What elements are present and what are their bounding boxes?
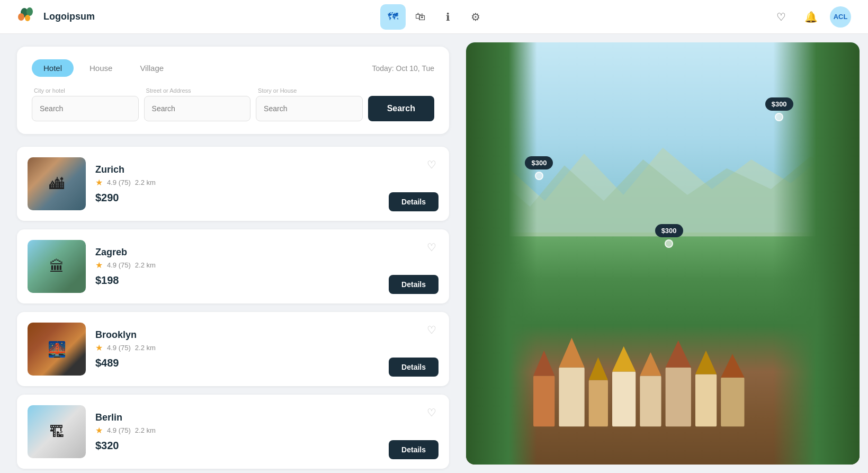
details-button[interactable]: Details	[389, 192, 439, 211]
listing-actions: ♡ Details	[389, 404, 439, 459]
listing-rating: 4.9 (75)	[107, 344, 131, 352]
header: Logoipsum 🗺 🛍 ℹ ⚙ ♡ 🔔 ACL	[0, 0, 868, 34]
search-row: City or hotel Street or Address Story or…	[32, 87, 434, 121]
svg-rect-20	[721, 378, 745, 426]
street-input[interactable]	[144, 96, 251, 121]
search-card: Hotel House Village Today: Oct 10, Tue C…	[17, 47, 449, 134]
street-field-wrap: Street or Address	[144, 87, 251, 121]
header-right: ♡ 🔔 ACL	[771, 6, 851, 28]
bell-icon-btn[interactable]: 🔔	[800, 6, 821, 28]
svg-rect-8	[559, 368, 585, 427]
svg-marker-11	[589, 358, 608, 380]
listing-meta: ★ 4.9 (75) 2.2 km	[95, 425, 379, 435]
svg-rect-14	[640, 376, 661, 427]
logo: Logoipsum	[17, 6, 133, 28]
heart-icon-btn[interactable]: ♡	[771, 6, 792, 28]
date-label: Today: Oct 10, Tue	[372, 64, 434, 73]
listing-card: 🏗 Berlin ★ 4.9 (75) 2.2 km $320 ♡ Detail…	[17, 395, 449, 469]
star-icon: ★	[95, 177, 103, 188]
listing-actions: ♡ Details	[389, 239, 439, 294]
svg-marker-19	[695, 351, 717, 374]
listing-meta: ★ 4.9 (75) 2.2 km	[95, 177, 379, 188]
nav-map-btn[interactable]: 🗺	[380, 4, 406, 30]
listing-distance: 2.2 km	[135, 261, 156, 269]
avatar[interactable]: ACL	[830, 6, 851, 28]
listing-rating: 4.9 (75)	[107, 426, 131, 434]
star-icon: ★	[95, 260, 103, 270]
listing-thumbnail: 🏛	[28, 240, 86, 293]
svg-rect-16	[666, 368, 691, 427]
favorite-button[interactable]: ♡	[425, 156, 439, 173]
listing-actions: ♡ Details	[389, 322, 439, 377]
tab-house[interactable]: House	[78, 59, 124, 77]
price-marker[interactable]: $300	[525, 156, 553, 180]
listing-thumbnail: 🌉	[28, 323, 86, 376]
listing-rating: 4.9 (75)	[107, 179, 131, 186]
svg-marker-9	[559, 338, 585, 368]
tab-group: Hotel House Village	[32, 59, 175, 77]
listing-actions: ♡ Details	[389, 156, 439, 211]
favorite-button[interactable]: ♡	[425, 322, 439, 338]
svg-point-1	[26, 7, 33, 16]
svg-point-3	[25, 15, 30, 21]
price-bubble: $300	[525, 156, 553, 169]
city-label: City or hotel	[32, 87, 139, 94]
main-layout: Hotel House Village Today: Oct 10, Tue C…	[0, 34, 868, 473]
listing-card: 🏙 Zurich ★ 4.9 (75) 2.2 km $290 ♡ Detail…	[17, 147, 449, 221]
city-field-wrap: City or hotel	[32, 87, 139, 121]
listing-meta: ★ 4.9 (75) 2.2 km	[95, 260, 379, 270]
price-bubble: $300	[765, 97, 793, 111]
street-label: Street or Address	[144, 87, 251, 94]
favorite-button[interactable]: ♡	[425, 239, 439, 256]
svg-rect-18	[695, 374, 717, 426]
listing-price: $290	[95, 192, 379, 204]
story-input[interactable]	[256, 96, 363, 121]
details-button[interactable]: Details	[389, 275, 439, 294]
story-field-wrap: Story or House	[256, 87, 363, 121]
details-button[interactable]: Details	[389, 358, 439, 377]
main-nav: 🗺 🛍 ℹ ⚙	[380, 4, 488, 30]
listing-thumbnail: 🏙	[28, 157, 86, 210]
tab-village[interactable]: Village	[128, 59, 175, 77]
listing-name: Zagreb	[95, 247, 379, 258]
logo-icon	[17, 6, 38, 28]
nav-bag-btn[interactable]: 🛍	[408, 4, 433, 30]
listing-distance: 2.2 km	[135, 344, 156, 352]
svg-marker-7	[534, 351, 555, 376]
favorite-button[interactable]: ♡	[425, 404, 439, 421]
listing-info: Brooklyn ★ 4.9 (75) 2.2 km $489	[95, 329, 379, 369]
tab-hotel[interactable]: Hotel	[32, 59, 74, 77]
search-button[interactable]: Search	[368, 96, 434, 121]
tab-bar: Hotel House Village Today: Oct 10, Tue	[32, 59, 434, 77]
details-button[interactable]: Details	[389, 440, 439, 459]
svg-rect-6	[534, 376, 555, 427]
nav-info-btn[interactable]: ℹ	[435, 4, 461, 30]
listing-price: $198	[95, 274, 379, 287]
city-input[interactable]	[32, 96, 139, 121]
listing-card: 🌉 Brooklyn ★ 4.9 (75) 2.2 km $489 ♡ Deta…	[17, 312, 449, 386]
listing-info: Zagreb ★ 4.9 (75) 2.2 km $198	[95, 247, 379, 287]
logo-text: Logoipsum	[43, 11, 95, 22]
listing-price: $320	[95, 440, 379, 452]
listing-meta: ★ 4.9 (75) 2.2 km	[95, 343, 379, 353]
svg-marker-17	[666, 341, 691, 368]
svg-point-2	[18, 13, 24, 21]
price-bubble: $300	[655, 224, 683, 237]
price-marker[interactable]: $300	[765, 97, 793, 121]
star-icon: ★	[95, 343, 103, 353]
svg-marker-21	[721, 354, 745, 378]
nav-settings-btn[interactable]: ⚙	[463, 4, 488, 30]
map-background: $300 $300 $300	[466, 42, 860, 465]
listing-name: Berlin	[95, 412, 379, 423]
left-panel: Hotel House Village Today: Oct 10, Tue C…	[0, 34, 466, 473]
svg-marker-13	[612, 346, 636, 372]
listing-distance: 2.2 km	[135, 179, 156, 186]
listings-list: 🏙 Zurich ★ 4.9 (75) 2.2 km $290 ♡ Detail…	[17, 147, 449, 469]
price-dot	[665, 239, 673, 248]
svg-rect-10	[589, 380, 608, 427]
price-marker[interactable]: $300	[655, 224, 683, 248]
price-dot	[535, 172, 543, 180]
listing-info: Berlin ★ 4.9 (75) 2.2 km $320	[95, 412, 379, 452]
listing-rating: 4.9 (75)	[107, 261, 131, 269]
listing-name: Zurich	[95, 164, 379, 175]
